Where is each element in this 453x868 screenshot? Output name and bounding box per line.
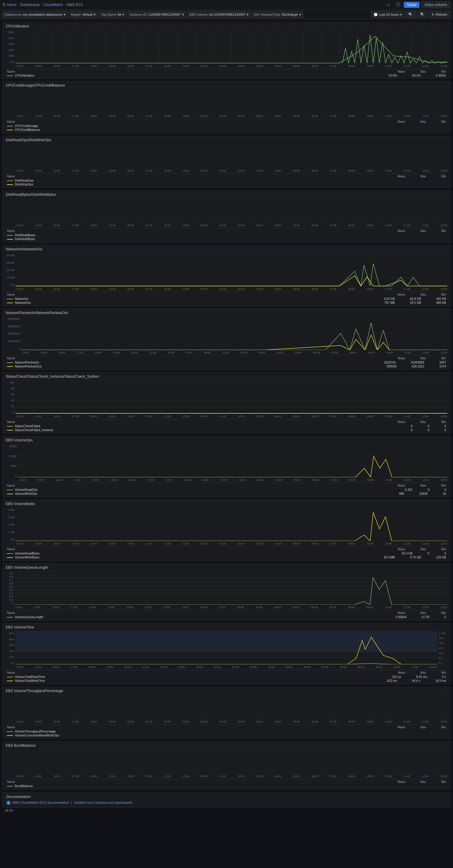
panel-ebs-throughput: EBS VolumeThroughputPercentage 14:0015:0… xyxy=(2,687,451,739)
datasource-filter[interactable]: Datasource my-cloudwatch-datasource ▾ xyxy=(2,11,68,18)
chevron-down-icon: ▾ xyxy=(122,13,124,17)
legend-color-disk-read-bytes xyxy=(7,235,13,236)
instance-type-filter[interactable]: Info InstanceType r5a.8xlarge ▾ xyxy=(252,11,303,18)
panel-ebs-ops: EBS VolumeOps 15000 10000 5000 0 xyxy=(2,436,451,497)
share-button[interactable]: Share xyxy=(404,2,420,8)
stat-mean-vol-write-time: 422 ms xyxy=(387,679,397,682)
legend-header-min: Min xyxy=(441,70,446,73)
chevron-down-icon: ▾ xyxy=(64,13,65,17)
panel-body-ebs-time: 50 s 40 s 30 s 20 s 10 s 0 s xyxy=(3,630,450,684)
stat-max-status-failed: 0 xyxy=(428,425,429,428)
legend-header-max: Max xyxy=(420,70,426,73)
filter-bar: Datasource my-cloudwatch-datasource ▾ Re… xyxy=(0,10,453,20)
stat-mean-queue: 0.00644 xyxy=(396,616,406,619)
panel-body-ebs-throughput: 14:0015:0016:0017:00 18:0019:0020:0021:0… xyxy=(3,693,450,739)
zoom-out-button[interactable]: 🔍- xyxy=(406,11,417,18)
breadcrumb-cloudwatch[interactable]: CloudWatch xyxy=(44,3,63,7)
legend-name-disk-read-ops: DiskReadOps xyxy=(15,179,33,182)
legend-name-disk-write-bytes: DiskWriteBytes xyxy=(15,238,35,241)
stat-min-network-in: 440 KB xyxy=(436,297,446,301)
x-axis-ebs-queue: 14:0015:0016:0017:00 18:0019:0020:0021:0… xyxy=(16,605,447,610)
instance-type-value: r5a.8xlarge xyxy=(281,13,298,16)
chart-ebs-burst xyxy=(16,749,447,774)
region-value: default xyxy=(83,13,93,16)
stat-min-packets-in: 1837 xyxy=(440,361,446,364)
zoom-in-button[interactable]: 🔍 xyxy=(418,11,427,18)
legend-header-mean: Mean xyxy=(398,70,405,73)
star-icon[interactable]: ☆ xyxy=(385,2,392,8)
stat-min-queue: 0 xyxy=(444,616,446,619)
doc-content: i AWS CloudWatch EC2 documentation | ins… xyxy=(6,801,447,805)
legend-color-vol-write-ops xyxy=(7,494,13,494)
stat-mean-packets-out: 269556 xyxy=(387,365,397,368)
instance-id-filter[interactable]: Instance ID i-1234567890123456​7 ▾ xyxy=(128,11,186,18)
refresh-icon: ↻ xyxy=(431,13,434,17)
panel-title-ebs-time: EBS VolumeTime xyxy=(3,623,450,630)
doc-link-grafana[interactable]: installed from Grafana.com dashboards xyxy=(74,801,132,804)
panel-title-cpu-utilization: CPUUtilization xyxy=(3,22,450,29)
stat-min-status-instance: 0 xyxy=(444,428,446,432)
panel-body-cpu-credit: 14:0015:0016:0017:00 18:0019:0020:0021:0… xyxy=(3,88,450,133)
legend-name-packets-in: NetworkPacketsIn xyxy=(15,361,39,364)
legend-ebs-queue: Name Mean Max Min VolumeQueueLength 0.00… xyxy=(6,610,447,619)
stat-max-network-out: 20.5 GB xyxy=(410,301,421,304)
legend-row-cpu: CPUUtilization 10.5% 93.1% 0.463% xyxy=(6,74,447,77)
panel-network: NetworkIn/NetworkOut 64 GB 48 GB 32 GB 1… xyxy=(2,245,451,306)
x-axis-network: 14:0015:0016:0017:00 18:0019:0020:0021:0… xyxy=(17,287,447,291)
tag-name-filter[interactable]: Tag Name All ▾ xyxy=(99,11,126,18)
legend-status-check: Name Mean Max Min StatusCheckFailed 0 0 xyxy=(6,419,447,432)
legend-name-vol-read-ops: VolumeReadOps xyxy=(15,488,38,492)
x-axis-ebs-time: 14:0015:0016:0017:00 18:0019:0020:0021:0… xyxy=(17,665,436,669)
legend-color-disk-write-bytes xyxy=(7,239,13,240)
instance-type-label: Info InstanceType xyxy=(254,13,280,16)
legend-name-burst-balance: BurstBalance xyxy=(15,784,33,788)
stat-mean-vol-write-bytes: 30.3 MB xyxy=(384,556,395,559)
stat-mean-vol-write-ops: 988 xyxy=(399,492,404,495)
panel-body-ebs-burst: 14:0015:0016:0017:00 18:0019:0020:0021:0… xyxy=(3,748,450,789)
legend-name-cpu-usage: CPUCreditUsage xyxy=(15,124,38,128)
region-filter[interactable]: Region default ▾ xyxy=(69,11,98,18)
panel-ebs-time: EBS VolumeTime 50 s 40 s 30 s 20 s 10 s … xyxy=(2,623,451,684)
legend-cpu: Name Mean Max Min CPUUtilization 10.5% 9… xyxy=(6,69,447,77)
top-bar: ☰ Home › Dashboards › CloudWatch › AWS E… xyxy=(0,0,453,10)
legend-color-vol-write-time xyxy=(7,681,13,681)
panel-cpu-credit: CPUCreditUsage/CPUCreditBalance 14:0015:… xyxy=(2,81,451,133)
refresh-label: Refresh xyxy=(435,13,447,16)
legend-color-vol-read-time xyxy=(7,677,13,677)
on-status-label: 15 On xyxy=(2,808,451,813)
breadcrumb-dashboards[interactable]: Dashboards xyxy=(20,3,40,7)
info-icon-btn[interactable]: ⓘ xyxy=(394,1,402,8)
x-axis-cpu: 14:0015:0016:0017:00 18:0019:0020:0021:0… xyxy=(17,64,447,68)
stat-min-status-failed: 0 xyxy=(444,425,446,428)
stat-min-vol-write-ops: 18 xyxy=(443,492,446,495)
legend-name-queue: VolumeQueueLength xyxy=(15,616,43,619)
legend-name-disk-write-ops: DiskWriteOps xyxy=(15,183,33,186)
stat-max-status-instance: 0 xyxy=(428,428,429,432)
hamburger-icon[interactable]: ☰ xyxy=(2,3,6,7)
stat-mean-status-instance: 0 xyxy=(411,428,413,432)
legend-network: Name Mean Max Min NetworkIn 3.04 GB 66.8… xyxy=(6,292,447,305)
legend-color-packets-out xyxy=(7,366,13,367)
breadcrumb-home[interactable]: Home xyxy=(7,3,17,7)
tag-name-value: All xyxy=(117,13,121,16)
panel-title-disk-bytes: DiskReadBytes/DiskWriteBytes xyxy=(3,191,450,197)
chevron-down-icon: ▾ xyxy=(94,13,96,17)
ebs-volume-filter[interactable]: EBS volume vol-1234567890123456​7 ▾ xyxy=(187,11,251,18)
stat-mean-vol-read-bytes: 35.4 KB xyxy=(402,552,413,555)
time-range-picker[interactable]: 🕐 Last 24 hours ▾ xyxy=(371,11,405,18)
x-axis-cpu-credit: 14:0015:0016:0017:00 18:0019:0020:0021:0… xyxy=(17,114,447,118)
make-editable-button[interactable]: Make editable xyxy=(421,1,451,8)
legend-header-mean: Mean xyxy=(398,120,405,123)
legend-ebs-bytes: Name Mean Max Min VolumeReadBytes 35.4 K… xyxy=(6,547,447,559)
legend-color-burst-balance xyxy=(7,786,13,786)
legend-name-vol-read-time: VolumeTotalReadTime xyxy=(15,675,45,679)
chart-network xyxy=(16,253,447,286)
x-axis-ebs-burst: 14:0015:0016:0017:00 18:0019:0020:0021:0… xyxy=(17,774,447,778)
stat-min-vol-write-time: 16.5 ms xyxy=(435,679,446,682)
legend-name-cpu-balance: CPUCreditBalance xyxy=(15,128,40,131)
refresh-button[interactable]: ↻ Refresh xyxy=(428,11,451,18)
legend-header-max: Max xyxy=(420,120,426,123)
doc-link-ec2[interactable]: AWS CloudWatch EC2 documentation xyxy=(12,801,69,804)
legend-color-disk-read-ops xyxy=(7,180,13,181)
filter-right: 🕐 Last 24 hours ▾ 🔍- 🔍 ↻ Refresh xyxy=(371,11,451,18)
